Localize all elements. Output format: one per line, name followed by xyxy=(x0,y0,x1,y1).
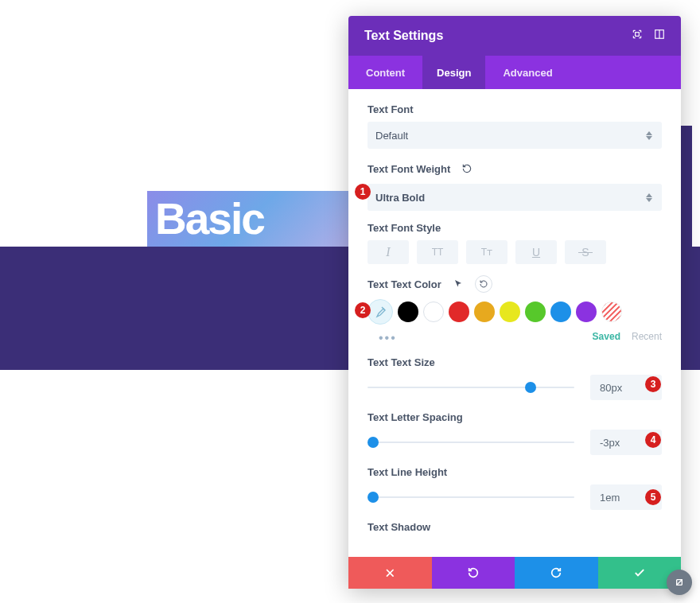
redo-button[interactable] xyxy=(515,557,598,589)
label-line-height: Text Line Height xyxy=(368,466,662,478)
reset-text-color-icon[interactable] xyxy=(475,275,492,293)
reset-font-weight-icon[interactable] xyxy=(458,160,476,177)
slider-handle-text-size[interactable] xyxy=(525,382,536,393)
pricing-card-basic: Basic xyxy=(147,191,354,247)
slider-handle-line-height[interactable] xyxy=(368,492,379,503)
label-font-weight: Text Font Weight xyxy=(368,160,662,177)
select-caret-icon xyxy=(644,193,654,202)
uppercase-button[interactable]: TT xyxy=(417,240,458,264)
cursor-icon[interactable] xyxy=(449,275,467,293)
swatch-white[interactable] xyxy=(423,302,444,322)
svg-rect-0 xyxy=(636,33,640,37)
annotation-marker-4: 4 xyxy=(645,432,661,448)
label-text-color: Text Text Color xyxy=(368,275,662,293)
annotation-marker-1: 1 xyxy=(355,184,371,200)
italic-button[interactable]: I xyxy=(368,240,409,264)
label-text-size: Text Text Size xyxy=(368,356,662,368)
color-swatches xyxy=(368,299,662,325)
select-caret-icon xyxy=(644,131,654,140)
label-letter-spacing: Text Letter Spacing xyxy=(368,411,662,423)
swatch-yellow[interactable] xyxy=(500,302,520,322)
slider-line-height[interactable] xyxy=(368,491,574,504)
label-text-shadow: Text Shadow xyxy=(368,521,662,533)
recent-colors-tab[interactable]: Recent xyxy=(632,331,662,342)
tab-advanced[interactable]: Advanced xyxy=(501,56,554,89)
font-style-buttons: I TT Tᴛ U S xyxy=(368,240,662,264)
tab-content[interactable]: Content xyxy=(364,56,406,89)
swatch-orange[interactable] xyxy=(474,302,495,322)
label-font-style: Text Font Style xyxy=(368,222,662,234)
annotation-marker-2: 2 xyxy=(355,302,371,318)
underline-button[interactable]: U xyxy=(515,240,557,264)
slider-handle-letter-spacing[interactable] xyxy=(368,437,379,448)
slider-letter-spacing[interactable] xyxy=(368,436,574,449)
label-text-font: Text Font xyxy=(368,103,662,115)
select-font-weight-value: Ultra Bold xyxy=(375,192,425,204)
tab-design[interactable]: Design xyxy=(422,56,485,89)
panel-title: Text Settings xyxy=(364,29,443,43)
panel-tabs: Content Design Advanced xyxy=(348,56,681,89)
select-text-font[interactable]: Default xyxy=(368,122,662,149)
annotation-marker-5: 5 xyxy=(645,489,661,505)
undo-button[interactable] xyxy=(432,557,515,589)
panel-body: Text Font Default Text Font Weight Ultra… xyxy=(348,89,681,557)
swatch-red[interactable] xyxy=(449,302,469,322)
expand-icon[interactable] xyxy=(632,29,643,43)
more-colors-icon[interactable]: ••• xyxy=(379,331,397,345)
basic-heading: Basic xyxy=(155,193,264,244)
settings-panel: Text Settings Content Design Advanced Te… xyxy=(348,16,681,589)
slider-text-size[interactable] xyxy=(368,381,574,394)
swatch-blue[interactable] xyxy=(550,302,571,322)
panel-header: Text Settings xyxy=(348,16,681,56)
saved-colors-tab[interactable]: Saved xyxy=(593,331,620,342)
swatch-eyedropper[interactable] xyxy=(368,299,393,325)
swatch-green[interactable] xyxy=(525,302,546,322)
swatch-purple[interactable] xyxy=(576,302,597,322)
resize-fab-icon[interactable] xyxy=(667,570,692,595)
cancel-button[interactable] xyxy=(348,557,432,589)
select-text-font-value: Default xyxy=(375,130,408,142)
swatch-none[interactable] xyxy=(601,302,622,322)
layout-icon[interactable] xyxy=(654,29,665,43)
annotation-marker-3: 3 xyxy=(645,376,661,392)
panel-footer xyxy=(348,557,681,589)
swatch-black[interactable] xyxy=(398,302,418,322)
strikethrough-button[interactable]: S xyxy=(565,240,606,264)
small-caps-button[interactable]: Tᴛ xyxy=(466,240,508,264)
select-font-weight[interactable]: Ultra Bold xyxy=(368,184,662,211)
